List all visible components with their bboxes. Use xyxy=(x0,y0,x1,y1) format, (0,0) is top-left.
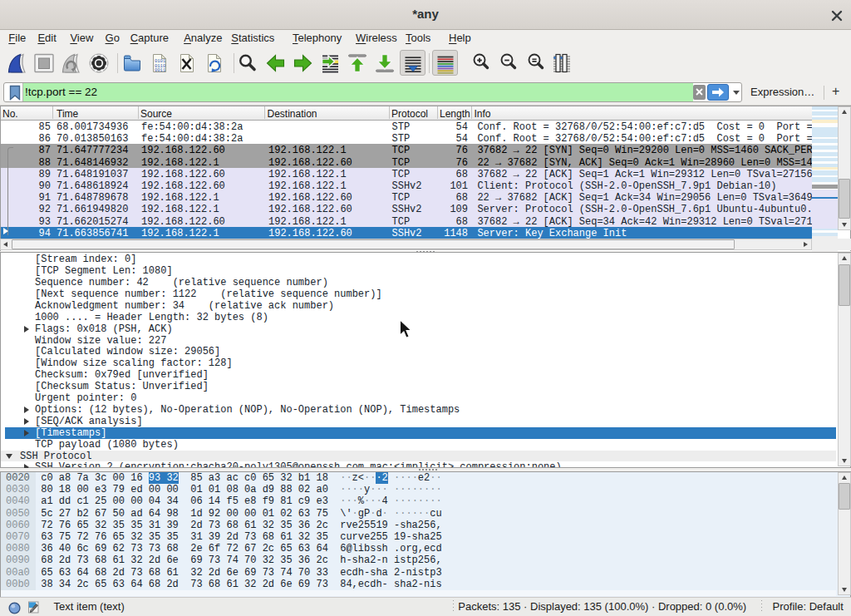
svg-text:0011: 0011 xyxy=(155,67,166,73)
